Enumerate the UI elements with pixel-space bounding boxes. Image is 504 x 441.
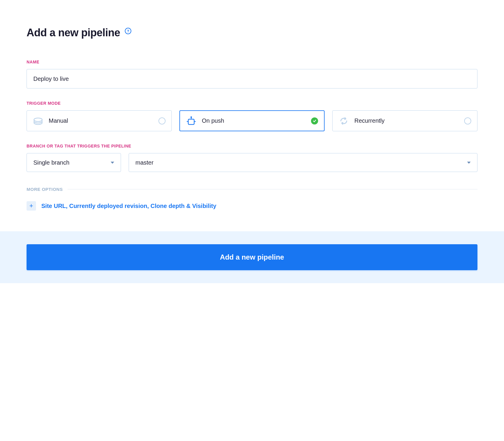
svg-point-3 — [191, 116, 192, 118]
robot-icon — [186, 116, 197, 126]
plus-icon: + — [27, 201, 36, 211]
trigger-mode-grid: Manual On push — [27, 110, 477, 131]
branch-type-select[interactable]: Single branch — [27, 153, 121, 172]
branch-name-value: master — [135, 159, 153, 166]
radio-unchecked-icon — [464, 117, 471, 124]
chevron-down-icon — [467, 162, 471, 164]
name-section: NAME — [27, 60, 477, 88]
more-options-header: MORE OPTIONS — [27, 187, 477, 192]
svg-rect-5 — [188, 119, 194, 124]
trigger-label-manual: Manual — [49, 117, 153, 124]
trigger-mode-label: TRIGGER MODE — [27, 101, 477, 106]
trigger-mode-section: TRIGGER MODE Manual — [27, 101, 477, 131]
page-header: Add a new pipeline ? — [27, 27, 477, 39]
svg-point-2 — [34, 118, 42, 122]
branch-name-select[interactable]: master — [129, 153, 477, 172]
branch-label: BRANCH OR TAG THAT TRIGGERS THE PIPELINE — [27, 144, 477, 148]
more-options-text: Site URL, Currently deployed revision, C… — [41, 203, 216, 209]
branch-row: Single branch master — [27, 153, 477, 172]
more-options-label: MORE OPTIONS — [27, 187, 63, 192]
trigger-label-on-push: On push — [202, 117, 306, 124]
name-label: NAME — [27, 60, 477, 64]
check-circle-icon — [311, 117, 318, 124]
chevron-down-icon — [111, 162, 114, 164]
branch-section: BRANCH OR TAG THAT TRIGGERS THE PIPELINE… — [27, 144, 477, 172]
trigger-option-recurrently[interactable]: Recurrently — [332, 110, 477, 131]
manual-icon — [33, 116, 43, 126]
trigger-label-recurrently: Recurrently — [354, 117, 459, 124]
trigger-option-manual[interactable]: Manual — [27, 110, 172, 131]
footer: Add a new pipeline — [0, 231, 504, 283]
divider-line — [68, 189, 477, 189]
help-icon[interactable]: ? — [125, 28, 131, 34]
pipeline-name-input[interactable] — [27, 69, 477, 88]
more-options-expand[interactable]: + Site URL, Currently deployed revision,… — [27, 201, 477, 211]
add-pipeline-button[interactable]: Add a new pipeline — [27, 244, 477, 270]
refresh-icon — [338, 116, 349, 126]
trigger-option-on-push[interactable]: On push — [179, 110, 325, 131]
page-title: Add a new pipeline — [27, 27, 120, 39]
radio-unchecked-icon — [158, 117, 166, 124]
branch-type-value: Single branch — [33, 159, 69, 166]
